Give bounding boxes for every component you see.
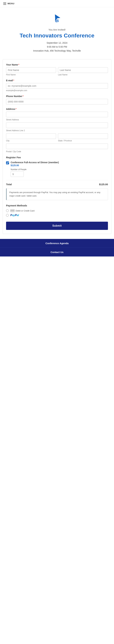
paypal-option: PayPal <box>6 214 108 217</box>
debit-radio[interactable] <box>6 209 9 212</box>
city-state-row: City State / Province <box>6 133 108 142</box>
postal-sublabel: Postal / Zip Code <box>6 150 108 153</box>
invited-text: You Are Invited! <box>3 28 111 31</box>
last-name-sublabel: Last Name <box>58 74 108 76</box>
debit-label: Debit or Credit Card <box>10 209 35 212</box>
email-required-star: * <box>13 79 14 82</box>
fee-details: Conference Full-Access w/ Dinner (member… <box>11 161 59 177</box>
name-field-group: Your Name* First Name Last Name <box>6 64 108 76</box>
email-input[interactable] <box>6 83 108 89</box>
state-input[interactable] <box>58 133 108 139</box>
registration-form: Your Name* First Name Last Name E-mail* … <box>3 59 111 234</box>
payment-methods-section: Payment Methods Debit or Credit Card Pay… <box>6 204 108 217</box>
street1-input[interactable] <box>6 112 108 117</box>
postal-input[interactable] <box>6 144 108 149</box>
required-star: * <box>18 64 19 66</box>
email-field-group: E-mail* example@example.com <box>6 79 108 92</box>
name-label: Your Name* <box>6 64 108 66</box>
city-wrap: City <box>6 133 56 142</box>
total-row: Total $125.00 <box>6 180 108 188</box>
people-label: Number of People <box>11 168 59 170</box>
bottom-nav: Conference Agenda Contact Us <box>0 239 114 256</box>
debit-text: Debit or Credit Card <box>15 210 35 212</box>
city-sublabel: City <box>6 140 56 142</box>
state-wrap: State / Province <box>58 133 108 142</box>
card-icon <box>10 209 14 212</box>
phone-input[interactable] <box>6 99 108 104</box>
name-row: First Name Last Name <box>6 67 108 76</box>
svg-marker-0 <box>52 13 60 21</box>
city-input[interactable] <box>6 133 56 139</box>
people-input[interactable] <box>11 171 24 177</box>
register-fee-group: Register Fee Conference Full-Access w/ D… <box>6 156 108 177</box>
phone-field-group: Phone Number* <box>6 95 108 104</box>
email-hint: example@example.com <box>6 89 108 92</box>
first-name-sublabel: First Name <box>6 74 56 76</box>
event-details: September 12, 2024 9:00 AM to 5:00 PM In… <box>3 41 111 53</box>
paypal-label: PayPal <box>10 214 19 217</box>
first-name-wrap: First Name <box>6 67 56 76</box>
phone-label: Phone Number* <box>6 95 108 98</box>
contact-button[interactable]: Contact Us <box>0 248 114 256</box>
event-date: September 12, 2024 <box>3 41 111 45</box>
last-name-input[interactable] <box>58 67 108 73</box>
agenda-button[interactable]: Conference Agenda <box>0 239 114 248</box>
fee-name: Conference Full-Access w/ Dinner (member… <box>11 161 59 164</box>
event-time: 9:00 AM to 5:00 PM <box>3 45 111 49</box>
header: MENU <box>0 0 114 7</box>
hero-section: You Are Invited! Tech Innovators Confere… <box>0 7 114 56</box>
first-name-input[interactable] <box>6 67 56 73</box>
debit-option: Debit or Credit Card <box>6 209 108 212</box>
menu-icon[interactable] <box>3 2 6 5</box>
address-field-group: Address* Street Address Street Address L… <box>6 108 108 153</box>
register-fee-title: Register Fee <box>6 156 108 159</box>
street2-input[interactable] <box>6 122 108 128</box>
submit-button[interactable]: Submit <box>6 222 108 230</box>
address-required-star: * <box>15 108 16 110</box>
phone-required-star: * <box>23 95 24 98</box>
logo-icon <box>51 12 63 24</box>
paypal-logo: PayPal <box>10 214 19 217</box>
street2-sublabel: Street Address Line 2 <box>6 130 108 132</box>
payment-methods-title: Payment Methods <box>6 204 108 207</box>
total-value: $125.00 <box>99 183 108 186</box>
last-name-wrap: Last Name <box>58 67 108 76</box>
address-label: Address* <box>6 108 108 110</box>
street1-sublabel: Street Address <box>6 118 108 121</box>
payment-note: Payments are processed through PayPal. Y… <box>6 188 108 200</box>
menu-label[interactable]: MENU <box>7 2 14 5</box>
fee-checkbox[interactable] <box>6 162 9 164</box>
conference-title: Tech Innovators Conference <box>3 32 111 39</box>
fee-price: $125.00 <box>11 164 59 167</box>
paypal-radio[interactable] <box>6 214 9 216</box>
email-label: E-mail* <box>6 79 108 82</box>
logo <box>3 12 111 24</box>
state-sublabel: State / Province <box>58 140 108 142</box>
total-label: Total <box>6 183 12 186</box>
fee-option: Conference Full-Access w/ Dinner (member… <box>6 161 108 177</box>
event-location: Innovation Hub, 456 Technology Way, Tech… <box>3 49 111 53</box>
